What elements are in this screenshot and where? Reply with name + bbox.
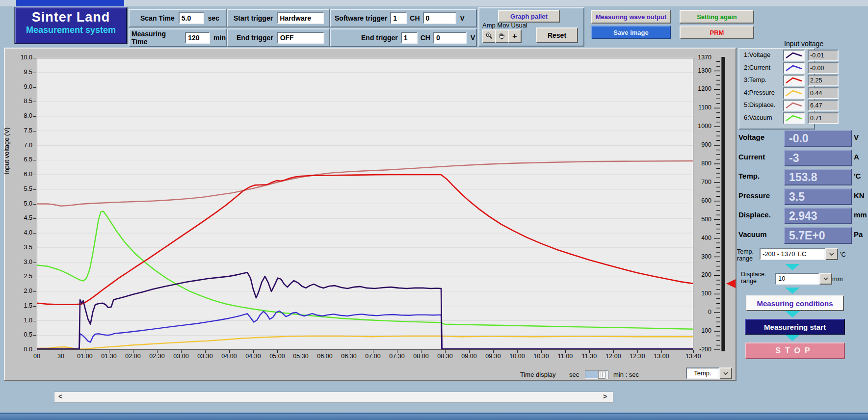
- right-axis-tick-label: 1100: [694, 104, 711, 111]
- start-trigger-label: Start trigger: [234, 14, 273, 22]
- measuring-wave-output-button[interactable]: Measuring wave output: [591, 10, 671, 24]
- y-axis-tick-label: 0.0: [12, 346, 32, 353]
- chevron-down-icon[interactable]: [819, 273, 832, 285]
- x-axis-tick-label: 10:00: [506, 353, 528, 360]
- x-axis-tick-label: 30: [50, 353, 72, 360]
- flow-arrow-icon: [785, 288, 800, 294]
- measuring-time-unit: min: [213, 34, 226, 42]
- title-bar-fragment: [16, 0, 124, 6]
- channel-select-combo[interactable]: Temp.: [686, 368, 732, 379]
- x-axis-tick-label: 12:00: [602, 353, 625, 360]
- y-axis-tick-label: 0.5: [12, 331, 32, 338]
- right-axis-ticks: [712, 58, 721, 350]
- x-axis-tick-label: 01:00: [74, 353, 96, 360]
- legend-line-sample[interactable]: [783, 87, 805, 99]
- temp-range-value[interactable]: -200 - 1370 T.C: [760, 248, 825, 260]
- legend-line-sample[interactable]: [783, 62, 805, 74]
- setting-again-button[interactable]: Setting again: [680, 10, 754, 24]
- stop-button[interactable]: STOP: [745, 342, 845, 359]
- temp-range-combo[interactable]: -200 - 1370 T.C: [760, 248, 838, 260]
- displace-range-value[interactable]: 10: [775, 273, 819, 285]
- right-axis-tick-label: -200: [694, 346, 711, 353]
- pan-tool-button[interactable]: [495, 29, 509, 43]
- time-sec-label: sec: [569, 371, 579, 378]
- x-axis-tick-label: 03:30: [194, 353, 216, 360]
- x-axis-tick-label: 09:00: [458, 353, 480, 360]
- cursor-tool-button[interactable]: +: [508, 29, 522, 43]
- measuring-time-group: Measuring Time 120 min: [129, 28, 227, 47]
- y-axis-tick-label: 2.5: [12, 273, 32, 280]
- channel-select-value[interactable]: Temp.: [686, 368, 719, 379]
- readout-value: 5.7E+0: [784, 227, 852, 244]
- input-voltage-caption: Input voltage: [784, 40, 823, 48]
- end-trigger2-v-unit: V: [471, 34, 475, 42]
- logo-title: Sinter Land: [16, 8, 126, 26]
- software-trigger-ch-input[interactable]: 1: [390, 12, 407, 24]
- end-trigger2-v-input[interactable]: 0: [433, 32, 467, 44]
- temp-range-label: Temp. range: [737, 248, 754, 262]
- horizontal-scrollbar[interactable]: < >: [54, 392, 613, 403]
- end-trigger2-label: End trigger: [361, 34, 398, 42]
- x-axis-tick-label: 13:40: [682, 353, 705, 360]
- readout-label: Current: [738, 153, 765, 161]
- scroll-right-icon[interactable]: >: [603, 393, 607, 400]
- x-axis-tick-label: 09:30: [482, 353, 504, 360]
- chevron-down-icon[interactable]: [825, 248, 838, 260]
- x-axis-tick-label: 12:30: [626, 353, 649, 360]
- start-trigger-input[interactable]: Hardware: [277, 12, 324, 24]
- end-trigger-input[interactable]: OFF: [277, 32, 324, 44]
- software-trigger-v-input[interactable]: 0: [423, 12, 456, 24]
- right-axis-tick-label: 500: [694, 216, 711, 223]
- end-trigger2-ch-input[interactable]: 1: [401, 32, 418, 44]
- y-axis-tick-label: 8.5: [12, 98, 32, 105]
- x-axis-tick-label: 02:30: [146, 353, 168, 360]
- readout-value: 153.8: [784, 169, 852, 185]
- x-axis-tick-label: 05:00: [266, 353, 289, 360]
- time-display-toggle[interactable]: [585, 370, 608, 379]
- legend-line-sample[interactable]: [783, 100, 805, 111]
- legend-item-value: 6.47: [808, 100, 839, 111]
- graph-pallet-button[interactable]: Graph pallet: [498, 10, 560, 23]
- zoom-tool-button[interactable]: [482, 29, 496, 43]
- y-axis-tick-label: 9.5: [12, 69, 32, 76]
- scan-time-input[interactable]: 5.0: [179, 12, 204, 24]
- crosshair-plus-icon: +: [512, 32, 517, 41]
- right-axis-tick-label: 400: [694, 235, 711, 241]
- temp-marker-arrow: [726, 279, 736, 288]
- measuring-time-input[interactable]: 120: [185, 32, 210, 44]
- y-axis-tick-label: 8.0: [12, 112, 32, 119]
- legend-line-sample[interactable]: [783, 50, 805, 61]
- toggle-handle[interactable]: [598, 371, 605, 379]
- x-axis-tick-label: 07:30: [386, 353, 408, 360]
- scroll-left-icon[interactable]: <: [58, 393, 62, 400]
- displace-range-label: Displace. range: [741, 271, 766, 285]
- measuring-conditions-button[interactable]: Measuring conditions: [746, 295, 844, 311]
- measuring-start-button[interactable]: Measurering start: [745, 319, 845, 335]
- readout-value: 3.5: [784, 188, 852, 205]
- app-logo: Sinter Land Measurement system: [15, 7, 127, 44]
- reset-button[interactable]: Reset: [536, 27, 578, 43]
- software-trigger-label: Software trigger: [335, 14, 387, 22]
- y-axis-tick-label: 1.5: [12, 302, 32, 309]
- legend-item-label: 5:Displace.: [744, 101, 775, 108]
- right-axis-tick-label: 1300: [694, 67, 711, 74]
- prm-button[interactable]: PRM: [680, 26, 754, 39]
- legend-item-label: 3:Temp.: [744, 76, 766, 83]
- y-axis-tick-label: 3.0: [12, 259, 32, 265]
- readout-value: -0.0: [784, 130, 852, 147]
- right-axis-tick-label: 800: [694, 160, 711, 167]
- measuring-time-label: Measuring Time: [132, 30, 182, 46]
- right-axis-tick-label: 200: [694, 271, 711, 278]
- x-axis-tick-label: 08:00: [410, 353, 432, 360]
- chevron-down-icon[interactable]: [719, 368, 732, 379]
- displace-range-combo[interactable]: 10: [775, 273, 832, 285]
- legend-line-sample[interactable]: [783, 75, 805, 86]
- readout-label: Temp.: [738, 172, 760, 180]
- logo-subtitle: Measurement system: [16, 25, 126, 35]
- readout-label: Voltage: [738, 133, 764, 141]
- time-display-label: Time display: [520, 371, 555, 378]
- x-axis-tick-label: 05:30: [289, 353, 312, 360]
- readout-label: Displace.: [738, 210, 771, 219]
- save-image-button[interactable]: Save image: [591, 26, 671, 39]
- legend-line-sample[interactable]: [783, 112, 805, 124]
